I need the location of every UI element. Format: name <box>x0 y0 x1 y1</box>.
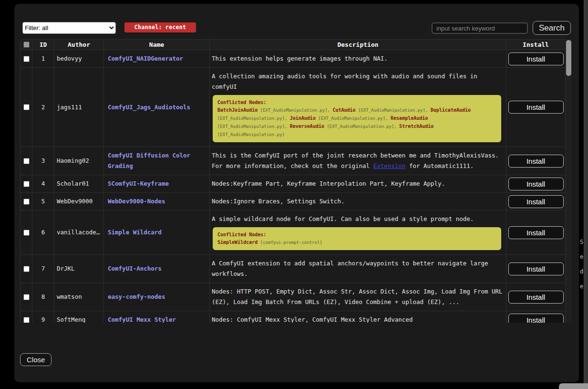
search-input[interactable] <box>432 22 528 34</box>
conflict-node-name: SimpleWildcard <box>217 240 258 245</box>
row-checkbox[interactable] <box>23 56 30 62</box>
search-button[interactable]: Search <box>533 21 571 35</box>
conflict-node-name: ResampleAudio <box>391 116 428 121</box>
conflict-node-name: JoinAudio <box>290 116 316 121</box>
table-row: 5 WebDev9000 WebDev9000-Nodes Nodes:Igno… <box>21 193 566 210</box>
table-row: 1 bedovyy ComfyUI_NAIDGenerator This ext… <box>21 50 566 68</box>
row-description-cell: A simple wildcard node for ComfyUI. Can … <box>210 210 506 255</box>
install-button[interactable]: Install <box>508 226 564 239</box>
install-button[interactable]: Install <box>508 53 564 65</box>
node-name-link[interactable]: ComfyUI-Anchors <box>108 265 162 272</box>
row-description-cell: A collection amazing audio tools for wor… <box>210 68 506 147</box>
conflict-node-name: StretchAudio <box>399 124 433 129</box>
install-button[interactable]: Install <box>508 195 564 208</box>
row-checkbox[interactable] <box>23 266 30 272</box>
node-name-link[interactable]: Simple Wildcard <box>108 229 162 236</box>
row-checkbox[interactable] <box>23 181 30 187</box>
node-name-link[interactable]: WebDev9000-Nodes <box>108 198 165 205</box>
row-id: 2 <box>32 68 54 147</box>
install-button[interactable]: Install <box>508 291 564 304</box>
conflict-node-source: [EXT_AudioManipulation.py], <box>356 108 431 113</box>
table-row: 8 wmatson easy-comfy-nodes Nodes: HTTP P… <box>21 283 566 311</box>
extension-link[interactable]: Extension <box>373 162 406 169</box>
row-author: Haoming02 <box>54 147 104 175</box>
conflict-node-source: [EXT_AudioManipulation.py], <box>258 108 332 113</box>
install-button[interactable]: Install <box>508 314 564 323</box>
row-description-cell: This is the ComfyUI port of the joint re… <box>210 147 506 175</box>
node-name-link[interactable]: easy-comfy-nodes <box>108 293 165 300</box>
conflict-node-source: [EXT_AudioManipulation.py], <box>316 116 391 121</box>
table-scrollbar-track[interactable] <box>565 39 571 323</box>
table-row: 9 SoftMeng ComfyUI_Mexx_Styler Nodes: Co… <box>21 311 566 323</box>
table-header-row: ID Author Name Description Install <box>21 40 566 50</box>
conflict-box: Conflicted Nodes: BatchJoinAudio [EXT_Au… <box>213 95 501 142</box>
row-id: 7 <box>32 255 54 283</box>
conflict-node-source: [EXT_AudioManipulation.py] <box>217 132 285 137</box>
conflict-node-source: [EXT_AudioManipulation.py], <box>217 116 290 121</box>
header-author: Author <box>54 40 104 50</box>
table-row: 3 Haoming02 ComfyUI Diffusion Color Grad… <box>21 147 566 175</box>
install-button[interactable]: Install <box>508 155 564 168</box>
row-description: Nodes:Keyframe Part, Keyframe Interpolat… <box>210 175 506 193</box>
select-all-header-cell <box>21 40 32 50</box>
node-name-link[interactable]: ComfyUI_Jags_Audiotools <box>108 104 190 111</box>
table-row: 6 vanillacode314 Simple Wildcard A simpl… <box>21 210 566 255</box>
row-description: This extension helps generate images thr… <box>210 50 506 68</box>
conflict-node-source: [EXT_AudioManipulation.py], <box>217 124 290 129</box>
conflict-box: Conflicted Nodes: SimpleWildcard [comfyu… <box>213 227 501 250</box>
page-scrollbar-vertical[interactable] <box>584 0 588 389</box>
row-description: A ComfyUI extension to add spatial ancho… <box>210 255 506 283</box>
header-install: Install <box>506 40 566 50</box>
table-row: 4 Scholar01 SComfyUI-Keyframe Nodes:Keyf… <box>21 175 566 193</box>
row-id: 1 <box>32 50 54 68</box>
conflict-node-name: ReverseAudio <box>290 124 324 129</box>
conflict-node-name: CutAudio <box>332 107 355 113</box>
table-scrollbar-thumb[interactable] <box>566 40 571 76</box>
row-description: Nodes: ComfyUI Mexx Styler, ComfyUI Mexx… <box>210 311 506 323</box>
row-checkbox[interactable] <box>23 317 30 323</box>
header-id: ID <box>32 40 54 50</box>
conflict-title: Conflicted Nodes: <box>217 231 496 238</box>
filter-select[interactable]: Filter: all <box>22 22 116 34</box>
node-name-link[interactable]: ComfyUI_NAIDGenerator <box>108 55 183 62</box>
row-author: Scholar01 <box>54 175 104 193</box>
row-checkbox[interactable] <box>23 230 30 236</box>
row-id: 9 <box>32 311 54 323</box>
conflict-title: Conflicted Nodes: <box>217 99 496 106</box>
row-description: A simple wildcard node for ComfyUI. Can … <box>212 214 503 224</box>
row-checkbox[interactable] <box>23 199 30 205</box>
row-checkbox[interactable] <box>23 294 30 300</box>
row-description: for Automatic1111. <box>405 162 474 169</box>
row-author: jags111 <box>54 68 104 147</box>
page-scrollbar-horizontal-thumb[interactable] <box>559 383 588 389</box>
install-button[interactable]: Install <box>508 101 564 114</box>
custom-nodes-dialog: Filter: all Channel: recent Search ID Au… <box>14 4 579 382</box>
custom-nodes-table: ID Author Name Description Install 1 bed… <box>20 39 571 323</box>
table-row: 7 DrJKL ComfyUI-Anchors A ComfyUI extens… <box>21 255 566 283</box>
row-description: Nodes: HTTP POST, Empty Dict, Assoc Str,… <box>210 283 506 311</box>
conflict-node-name: BatchJoinAudio <box>217 107 258 113</box>
install-button[interactable]: Install <box>508 263 564 275</box>
conflict-node-source: [EXT_AudioManipulation.py], <box>324 124 399 129</box>
row-description: Nodes:Ignore Braces, Settings Switch. <box>210 193 506 210</box>
header-name: Name <box>104 40 210 50</box>
select-all-checkbox[interactable] <box>23 42 30 48</box>
close-button[interactable]: Close <box>20 353 52 366</box>
row-author: WebDev9000 <box>54 193 104 210</box>
table-row: 2 jags111 ComfyUI_Jags_Audiotools A coll… <box>21 68 566 147</box>
header-description: Description <box>210 40 506 50</box>
row-checkbox[interactable] <box>23 158 30 164</box>
row-author: SoftMeng <box>54 311 104 323</box>
conflict-node-name: DuplicateAudio <box>431 107 471 113</box>
node-name-link[interactable]: ComfyUI Diffusion Color Grading <box>108 152 190 169</box>
row-id: 6 <box>32 210 54 255</box>
node-name-link[interactable]: ComfyUI_Mexx_Styler <box>108 316 176 323</box>
row-id: 5 <box>32 193 54 210</box>
row-id: 8 <box>32 283 54 311</box>
row-author: DrJKL <box>54 255 104 283</box>
install-button[interactable]: Install <box>508 178 564 190</box>
row-checkbox[interactable] <box>23 104 30 110</box>
node-name-link[interactable]: SComfyUI-Keyframe <box>108 180 169 187</box>
row-author: vanillacode314 <box>54 210 104 255</box>
conflict-node-source: [comfyui-prompt-control] <box>258 240 322 245</box>
